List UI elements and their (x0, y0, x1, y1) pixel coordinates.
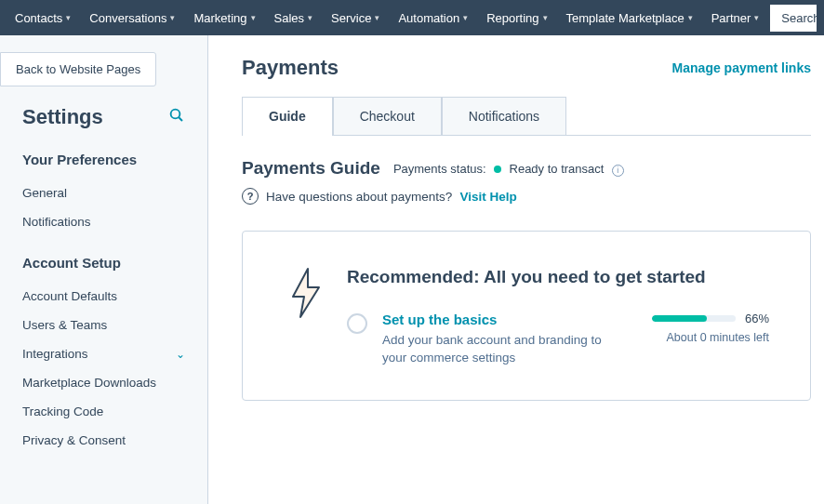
info-icon[interactable]: i (612, 165, 624, 177)
step-title-link[interactable]: Set up the basics (382, 312, 615, 327)
progress-percent: 66% (745, 312, 769, 325)
step-description: Add your bank account and branding to yo… (382, 332, 615, 367)
nav-item-sales[interactable]: Sales▾ (267, 6, 321, 31)
chevron-down-icon: ▾ (688, 13, 693, 22)
svg-line-1 (179, 117, 182, 121)
settings-title: Settings (22, 105, 103, 129)
sidebar-section-your-preferences: Your Preferences (0, 152, 207, 167)
sidebar-section-account-setup: Account Setup (0, 255, 207, 271)
nav-item-automation[interactable]: Automation▾ (391, 6, 475, 31)
tab-notifications[interactable]: Notifications (442, 97, 566, 135)
progress-bar (652, 315, 736, 322)
sidebar-item-privacy-consent[interactable]: Privacy & Consent (0, 426, 207, 455)
nav-item-partner[interactable]: Partner▾ (704, 6, 767, 31)
payments-status-value: Ready to transact (510, 162, 605, 176)
global-search-input[interactable]: Search (770, 5, 817, 32)
chevron-down-icon: ▾ (754, 13, 759, 22)
svg-point-0 (171, 110, 180, 119)
sidebar-item-general[interactable]: General (0, 179, 207, 207)
chevron-down-icon: ⌄ (176, 348, 185, 361)
chevron-down-icon: ▾ (251, 13, 256, 22)
payments-status-label: Payments status: (393, 162, 486, 176)
lightning-bolt-icon (284, 265, 328, 321)
nav-item-contacts[interactable]: Contacts▾ (7, 6, 78, 31)
tab-checkout[interactable]: Checkout (333, 97, 442, 135)
card-title: Recommended: All you need to get started (347, 265, 769, 289)
chevron-down-icon: ▾ (170, 13, 175, 22)
sidebar-item-users-teams[interactable]: Users & Teams (0, 311, 207, 339)
chevron-down-icon: ▾ (375, 13, 379, 22)
page-title: Payments (242, 56, 339, 80)
manage-payment-links-link[interactable]: Manage payment links (672, 60, 811, 75)
question-icon: ? (242, 188, 259, 205)
sidebar-item-integrations[interactable]: Integrations⌄ (0, 339, 207, 368)
step-checkbox[interactable] (347, 313, 367, 334)
tab-guide[interactable]: Guide (242, 97, 333, 135)
chevron-down-icon: ▾ (463, 13, 468, 22)
tabs: GuideCheckoutNotifications (242, 97, 811, 136)
time-left-text: About 0 minutes left (630, 331, 769, 344)
visit-help-link[interactable]: Visit Help (459, 190, 516, 204)
chevron-down-icon: ▾ (308, 13, 312, 22)
sidebar-item-marketplace-downloads[interactable]: Marketplace Downloads (0, 368, 207, 397)
help-question-text: Have questions about payments? (266, 190, 452, 204)
nav-item-reporting[interactable]: Reporting▾ (479, 6, 554, 31)
top-nav: Contacts▾Conversations▾Marketing▾Sales▾S… (0, 0, 824, 35)
sidebar-item-account-defaults[interactable]: Account Defaults (0, 282, 207, 311)
nav-item-template-marketplace[interactable]: Template Marketplace▾ (559, 6, 700, 31)
status-dot-icon (494, 166, 501, 173)
sidebar-item-tracking-code[interactable]: Tracking Code (0, 397, 207, 426)
nav-item-marketing[interactable]: Marketing▾ (186, 6, 262, 31)
main-content: Payments Manage payment links GuideCheck… (208, 35, 824, 504)
search-icon[interactable] (168, 107, 185, 127)
nav-item-conversations[interactable]: Conversations▾ (82, 6, 182, 31)
sidebar-item-notifications[interactable]: Notifications (0, 207, 207, 236)
chevron-down-icon: ▾ (66, 13, 71, 22)
payments-guide-heading: Payments Guide (242, 158, 380, 179)
back-to-website-pages-button[interactable]: Back to Website Pages (0, 52, 156, 86)
recommended-card: Recommended: All you need to get started… (242, 231, 811, 401)
settings-sidebar: Back to Website Pages Settings Your Pref… (0, 35, 208, 504)
chevron-down-icon: ▾ (543, 13, 548, 22)
nav-item-service[interactable]: Service▾ (324, 6, 387, 31)
